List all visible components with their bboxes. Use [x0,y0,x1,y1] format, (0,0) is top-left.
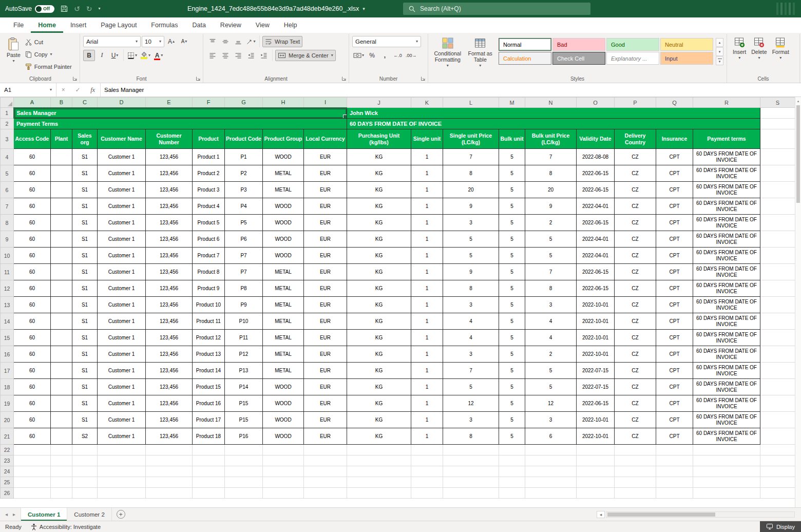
cell-J6[interactable]: KG [347,182,411,198]
align-right-button[interactable] [232,50,244,61]
cell-E22[interactable] [146,445,193,455]
increase-indent-button[interactable] [258,50,270,61]
cell-H21[interactable]: WOOD [263,428,304,445]
cell-G26[interactable] [225,488,263,499]
cell-K9[interactable]: 1 [411,231,443,248]
cell-O8[interactable]: 2022-06-15 [577,215,615,231]
column-header-M[interactable]: M [499,98,525,108]
cell-D7[interactable]: Customer 1 [98,198,146,215]
format-as-table-button[interactable]: Format as Table ▾ [464,35,497,74]
cell-O24[interactable] [577,466,615,477]
cell-C6[interactable]: S1 [72,182,98,198]
cell-J18[interactable]: KG [347,379,411,395]
cell-F13[interactable]: Product 10 [193,297,225,313]
cell-I23[interactable] [304,455,347,466]
cell-O15[interactable]: 2022-10-01 [577,330,615,346]
cell-Q6[interactable]: CPT [656,182,693,198]
header-cell-C3[interactable]: Sales org [72,129,98,149]
cell-H16[interactable]: METAL [263,346,304,363]
cell-O10[interactable]: 2022-04-01 [577,248,615,264]
column-header-J[interactable]: J [347,98,411,108]
cell-Q5[interactable]: CPT [656,165,693,182]
cell-N4[interactable]: 7 [525,149,577,165]
top-align-button[interactable] [206,36,218,47]
cell-C9[interactable]: S1 [72,231,98,248]
cell-D23[interactable] [98,455,146,466]
cell-style-input[interactable]: Input [660,52,713,65]
ribbon-tab-review[interactable]: Review [213,17,249,33]
cell-E23[interactable] [146,455,193,466]
cell-B10[interactable] [51,248,72,264]
column-header-N[interactable]: N [525,98,577,108]
cell-J16[interactable]: KG [347,346,411,363]
cell-A18[interactable]: 60 [14,379,51,395]
cell-L25[interactable] [443,477,499,488]
cell-P8[interactable]: CZ [615,215,656,231]
cell-G17[interactable]: P13 [225,363,263,379]
cell-K24[interactable] [411,466,443,477]
cell-M7[interactable]: 5 [499,198,525,215]
cell-P4[interactable]: CZ [615,149,656,165]
cell-K25[interactable] [411,477,443,488]
cell-N7[interactable]: 9 [525,198,577,215]
cell-J25[interactable] [347,477,411,488]
row-header-21[interactable]: 21 [1,428,14,445]
cell-A21[interactable]: 60 [14,428,51,445]
cell-R6[interactable]: 60 DAYS FROM DATE OF INVOICE [693,182,760,198]
row-header-20[interactable]: 20 [1,412,14,428]
cell-O13[interactable]: 2022-10-01 [577,297,615,313]
cell-N12[interactable]: 8 [525,280,577,297]
cell-I19[interactable]: EUR [304,395,347,412]
cell-B25[interactable] [51,477,72,488]
cell-S22[interactable] [760,445,795,455]
cell-F8[interactable]: Product 5 [193,215,225,231]
row-header-6[interactable]: 6 [1,182,14,198]
cell-I22[interactable] [304,445,347,455]
header-cell-R3[interactable]: Payment terms [693,129,760,149]
cell-K14[interactable]: 1 [411,313,443,330]
column-header-P[interactable]: P [615,98,656,108]
cell-F21[interactable]: Product 18 [193,428,225,445]
cell-C25[interactable] [72,477,98,488]
cell-D26[interactable] [98,488,146,499]
cell-N26[interactable] [525,488,577,499]
cell-L17[interactable]: 7 [443,363,499,379]
cell-Q7[interactable]: CPT [656,198,693,215]
cell-style-check-cell[interactable]: Check Cell [552,52,605,65]
accessibility-status[interactable]: Accessibility: Investigate [31,523,101,530]
cell-B23[interactable] [51,455,72,466]
cell-D22[interactable] [98,445,146,455]
cell-Q24[interactable] [656,466,693,477]
header-cell-M3[interactable]: Bulk unit [499,129,525,149]
cell-O19[interactable]: 2022-06-15 [577,395,615,412]
cell-A11[interactable]: 60 [14,264,51,280]
cell-I5[interactable]: EUR [304,165,347,182]
cell-M19[interactable]: 5 [499,395,525,412]
cell-J7[interactable]: KG [347,198,411,215]
cell-C4[interactable]: S1 [72,149,98,165]
cell-S12[interactable] [760,280,795,297]
cell-A22[interactable] [14,445,51,455]
formula-input[interactable]: Sales Manager [101,83,801,97]
cell-N17[interactable]: 5 [525,363,577,379]
horizontal-scrollbar[interactable]: ◂ [597,508,801,521]
cell-E11[interactable]: 123,456 [146,264,193,280]
cell-H17[interactable]: METAL [263,363,304,379]
vertical-scroll-thumb[interactable] [796,105,800,203]
customize-qat-button[interactable]: ▾ [99,7,101,11]
cell-J22[interactable] [347,445,411,455]
fill-color-button[interactable]: ▾ [139,50,151,61]
cell-P6[interactable]: CZ [615,182,656,198]
cell-K21[interactable]: 1 [411,428,443,445]
cell-O12[interactable]: 2022-06-15 [577,280,615,297]
percent-style-button[interactable]: % [366,50,378,61]
display-settings-button[interactable]: Display [760,521,801,532]
column-header-H[interactable]: H [263,98,304,108]
cell-R4[interactable]: 60 DAYS FROM DATE OF INVOICE [693,149,760,165]
document-title[interactable]: Engine_1424_7edc488e55b84e3d9a7ad48deb49… [187,0,365,17]
cell-F19[interactable]: Product 16 [193,395,225,412]
cell-R20[interactable]: 60 DAYS FROM DATE OF INVOICE [693,412,760,428]
cell-M11[interactable]: 5 [499,264,525,280]
cell-G16[interactable]: P12 [225,346,263,363]
cell-O22[interactable] [577,445,615,455]
